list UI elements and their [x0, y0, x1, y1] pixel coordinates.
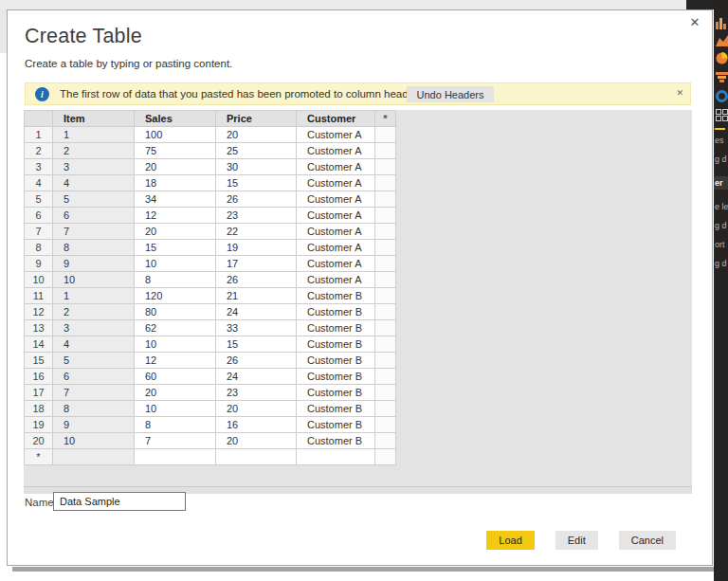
grid-cell-new[interactable] [375, 159, 396, 175]
grid-cell-new[interactable] [375, 417, 396, 433]
grid-cell-customer[interactable]: Customer B [297, 401, 375, 417]
grid-cell-new[interactable] [375, 175, 396, 191]
grid-cell-customer[interactable]: Customer B [297, 336, 375, 353]
grid-cell-item[interactable]: 5 [53, 191, 135, 208]
grid-cell-new[interactable] [375, 240, 396, 256]
cancel-button[interactable]: Cancel [619, 531, 676, 550]
grid-cell-new[interactable] [375, 191, 396, 208]
column-header-item[interactable]: Item [53, 111, 135, 127]
new-column-header[interactable]: * [375, 111, 396, 127]
grid-cell-new[interactable] [375, 449, 396, 465]
grid-cell-price[interactable]: 22 [216, 224, 297, 240]
grid-cell-item[interactable]: 9 [53, 417, 135, 433]
grid-cell-new[interactable] [375, 272, 396, 288]
grid-cell-new[interactable] [375, 336, 396, 353]
grid-cell-price[interactable]: 21 [216, 288, 297, 304]
grid-cell-item[interactable]: 10 [53, 433, 135, 449]
grid-cell-customer[interactable]: Customer A [297, 208, 375, 224]
banner-close-icon[interactable]: ✕ [676, 88, 683, 98]
grid-cell-customer[interactable]: Customer A [297, 191, 375, 208]
grid-cell-sales[interactable]: 80 [135, 304, 216, 320]
grid-cell-customer[interactable]: Customer B [297, 304, 375, 320]
grid-cell-sales[interactable]: 20 [135, 159, 216, 175]
grid-cell-new[interactable] [375, 256, 396, 272]
column-header-price[interactable]: Price [216, 111, 297, 127]
grid-cell-price[interactable]: 16 [216, 417, 297, 433]
grid-cell-sales[interactable]: 10 [135, 336, 216, 353]
grid-cell-price[interactable]: 15 [216, 175, 297, 191]
grid-cell-price[interactable]: 19 [216, 240, 297, 256]
grid-cell-new[interactable] [375, 433, 396, 449]
grid-cell-customer[interactable]: Customer B [297, 385, 375, 401]
load-button[interactable]: Load [486, 531, 534, 550]
grid-cell-customer[interactable]: Customer B [297, 320, 375, 336]
grid-cell-customer[interactable]: Customer A [297, 143, 375, 159]
grid-cell-item[interactable]: 3 [53, 320, 135, 336]
grid-cell-price[interactable]: 25 [216, 143, 297, 159]
grid-cell-customer[interactable]: Customer A [297, 240, 375, 256]
grid-cell-item[interactable]: 4 [53, 336, 135, 353]
grid-cell-new[interactable] [375, 304, 396, 320]
grid-cell-price[interactable]: 24 [216, 304, 297, 320]
grid-cell-customer[interactable]: Customer B [297, 369, 375, 385]
grid-cell-sales[interactable]: 12 [135, 353, 216, 369]
grid-cell-new[interactable] [375, 127, 396, 143]
grid-cell-price[interactable]: 33 [216, 320, 297, 336]
grid-cell-sales[interactable]: 10 [135, 256, 216, 272]
grid-cell-price[interactable]: 26 [216, 191, 297, 208]
grid-cell-new[interactable] [375, 369, 396, 385]
grid-cell-new[interactable] [375, 143, 396, 159]
grid-cell-customer[interactable]: Customer A [297, 127, 375, 143]
grid-cell-item[interactable]: 3 [53, 159, 135, 175]
undo-headers-button[interactable]: Undo Headers [407, 86, 494, 102]
grid-cell-customer[interactable]: Customer A [297, 224, 375, 240]
grid-cell-sales[interactable]: 34 [135, 191, 216, 208]
grid-cell-item[interactable]: 8 [53, 401, 135, 417]
grid-cell-customer[interactable]: Customer A [297, 175, 375, 191]
grid-cell-customer[interactable]: Customer B [297, 353, 375, 369]
column-header-customer[interactable]: Customer [297, 111, 375, 127]
grid-cell-item[interactable]: 1 [53, 288, 135, 304]
grid-cell-sales[interactable]: 12 [135, 208, 216, 224]
grid-cell-customer[interactable]: Customer A [297, 159, 375, 175]
grid-cell-sales[interactable]: 62 [135, 320, 216, 336]
grid-cell-sales[interactable]: 100 [135, 127, 216, 143]
grid-cell-sales[interactable]: 120 [135, 288, 216, 304]
table-name-input[interactable] [53, 492, 186, 511]
grid-cell-customer[interactable]: Customer B [297, 433, 375, 449]
grid-cell-sales[interactable]: 20 [135, 224, 216, 240]
grid-cell-new[interactable] [375, 353, 396, 369]
grid-cell-sales[interactable]: 75 [135, 143, 216, 159]
grid-cell-new[interactable] [375, 288, 396, 304]
grid-cell-sales[interactable]: 15 [135, 240, 216, 256]
grid-cell-price[interactable]: 23 [216, 208, 297, 224]
grid-cell-item[interactable]: 7 [53, 224, 135, 240]
grid-cell-sales[interactable]: 8 [135, 272, 216, 288]
grid-cell-sales[interactable]: 10 [135, 401, 216, 417]
grid-cell-customer[interactable] [297, 449, 375, 465]
column-header-sales[interactable]: Sales [135, 111, 216, 127]
grid-cell-price[interactable]: 23 [216, 385, 297, 401]
grid-cell-item[interactable]: 10 [53, 272, 135, 288]
grid-cell-item[interactable]: 2 [53, 304, 135, 320]
grid-cell-price[interactable]: 20 [216, 127, 297, 143]
grid-cell-sales[interactable] [135, 449, 216, 465]
grid-cell-customer[interactable]: Customer A [297, 256, 375, 272]
grid-cell-sales[interactable]: 7 [135, 433, 216, 449]
grid-cell-new[interactable] [375, 385, 396, 401]
grid-cell-item[interactable]: 2 [53, 143, 135, 159]
grid-cell-price[interactable]: 17 [216, 256, 297, 272]
grid-cell-price[interactable]: 26 [216, 272, 297, 288]
grid-cell-item[interactable]: 8 [53, 240, 135, 256]
grid-cell-customer[interactable]: Customer A [297, 272, 375, 288]
grid-cell-sales[interactable]: 60 [135, 369, 216, 385]
grid-cell-item[interactable] [53, 449, 135, 465]
grid-cell-price[interactable] [216, 449, 297, 465]
close-icon[interactable]: ✕ [687, 15, 702, 30]
grid-cell-new[interactable] [375, 320, 396, 336]
grid-cell-item[interactable]: 6 [53, 369, 135, 385]
grid-cell-sales[interactable]: 8 [135, 417, 216, 433]
grid-cell-price[interactable]: 26 [216, 353, 297, 369]
grid-cell-customer[interactable]: Customer B [297, 417, 375, 433]
grid-cell-item[interactable]: 6 [53, 208, 135, 224]
